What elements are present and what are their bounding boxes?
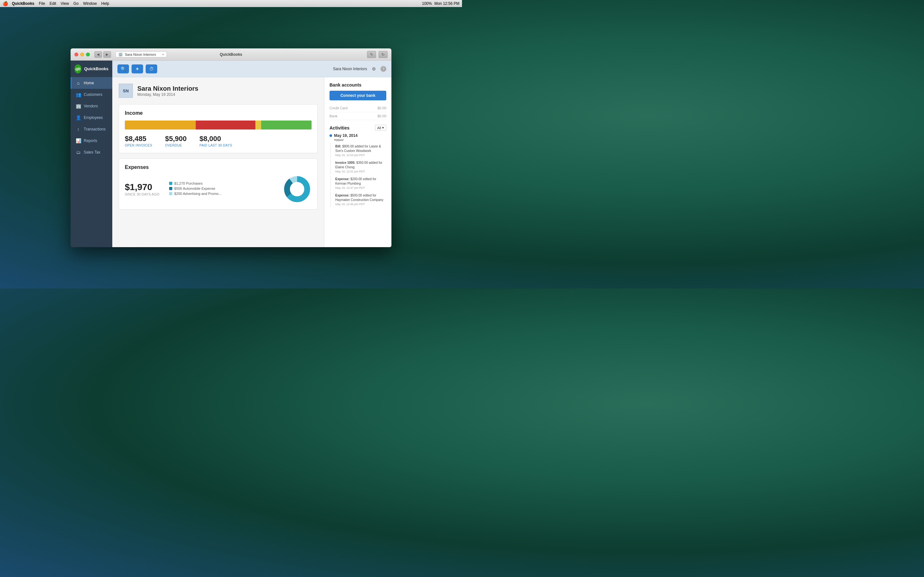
expenses-amount: $1,970 [125, 182, 160, 192]
content-area: SN Sara Nixon Interiors Monday, May 19 2… [112, 77, 391, 247]
overdue-amount: $5,900 [165, 135, 186, 143]
income-stats: $8,485 OPEN INVOICES $5,900 OVERDUE $8,0… [125, 135, 312, 147]
menu-edit[interactable]: Edit [49, 1, 56, 6]
maximize-button[interactable] [86, 53, 90, 56]
qb-brand-name: QuickBooks [84, 66, 108, 71]
recent-button[interactable]: ⏱ [145, 64, 157, 73]
sidebar-item-transactions[interactable]: ↕ Transactions [71, 123, 112, 135]
connect-bank-button[interactable]: Connect your bank [330, 91, 386, 100]
activity-type-3: Expense: [335, 193, 349, 197]
activity-text-3: Expense: $500.00 edited for Haymaker Con… [335, 193, 386, 202]
add-button[interactable]: + [132, 64, 143, 73]
company-dropdown[interactable]: 🏢 Sara Nixon Interiors ▾ [115, 51, 167, 57]
company-name: Sara Nixon Interiors [137, 85, 198, 92]
close-button[interactable] [74, 53, 78, 56]
activity-group-0: May 19, 2014 TODAY Bill: $800.00 added f… [330, 133, 386, 207]
top-toolbar: 🔍 + ⏱ Sara Nixon Interiors ⚙ ? [112, 61, 391, 77]
qb-logo-area: qb QuickBooks [71, 61, 112, 77]
legend-label-0: $1,270 Purchases [174, 181, 203, 185]
sidebar-item-customers[interactable]: 👥 Customers [71, 89, 112, 100]
activity-desc-0: $800.00 added for Lasee & Son's Custom W… [335, 145, 381, 153]
add-icon: + [136, 66, 139, 72]
income-bar-separator [255, 121, 261, 129]
help-button[interactable]: ? [381, 66, 386, 72]
income-bar-open [125, 121, 196, 129]
gear-icon: ⚙ [372, 66, 376, 71]
company-dropdown-label: Sara Nixon Interiors [125, 53, 156, 56]
reports-icon: 📊 [75, 138, 81, 143]
app-body: qb QuickBooks ⌂ Home 👥 Customers 🏢 Vendo… [71, 61, 391, 247]
activity-type-0: Bill: [335, 145, 341, 148]
minimize-button[interactable] [80, 53, 84, 56]
settings-button[interactable]: ⚙ [370, 65, 377, 73]
sidebar-item-reports-label: Reports [84, 139, 97, 143]
expenses-left: $1,970 SINCE 30 DAYS AGO [125, 182, 160, 196]
search-button[interactable]: 🔍 [118, 64, 129, 73]
activities-filter[interactable]: All ▾ [375, 125, 386, 131]
activity-time-1: May 19, 12:51 pm PDT [335, 170, 386, 173]
income-bar-paid [261, 121, 312, 129]
building-icon: 🏢 [118, 52, 123, 56]
legend-dot-1 [169, 187, 172, 190]
refresh-button[interactable]: ↻ [379, 51, 388, 58]
activity-date-0: May 19, 2014 [330, 133, 386, 138]
menubar-right: 100% Mon 12:56 PM [422, 1, 459, 6]
activity-date-label: May 19, 2014 [334, 133, 357, 138]
main-area: 🔍 + ⏱ Sara Nixon Interiors ⚙ ? [112, 61, 391, 247]
activity-item-0: Bill: $800.00 added for Lasee & Son's Cu… [330, 143, 386, 158]
app-window: ◀ ▶ 🏢 Sara Nixon Interiors ▾ QuickBooks … [71, 48, 391, 247]
main-content: SN Sara Nixon Interiors Monday, May 19 2… [112, 77, 324, 247]
company-info: Sara Nixon Interiors Monday, May 19 2014 [137, 85, 198, 97]
menu-file[interactable]: File [39, 1, 45, 6]
traffic-lights [74, 53, 90, 56]
app-name[interactable]: QuickBooks [12, 1, 34, 6]
activities-header: Activities All ▾ [330, 125, 386, 131]
menu-go[interactable]: Go [73, 1, 79, 6]
legend-item-2: $200 Advertising and Promo... [169, 192, 221, 195]
sidebar-item-employees-label: Employees [84, 115, 103, 120]
help-icon: ? [383, 67, 384, 71]
sidebar-item-reports[interactable]: 📊 Reports [71, 135, 112, 147]
sidebar-item-home-label: Home [84, 81, 94, 85]
activity-item-3: Expense: $500.00 edited for Haymaker Con… [330, 192, 386, 207]
credit-card-label: Credit Card [330, 106, 347, 110]
activity-dot-icon [330, 134, 332, 137]
legend-dot-0 [169, 182, 172, 185]
activity-time-3: May 19, 12:46 pm PDT [335, 203, 386, 206]
company-logo: SN [119, 84, 133, 98]
activity-time-2: May 19, 12:47 pm PDT [335, 186, 386, 189]
vendors-icon: 🏢 [75, 103, 81, 109]
company-date: Monday, May 19 2014 [137, 92, 198, 97]
transactions-icon: ↕ [75, 127, 81, 132]
open-invoices-label: OPEN INVOICES [125, 143, 152, 147]
menu-window[interactable]: Window [83, 1, 97, 6]
overdue-label: OVERDUE [165, 143, 186, 147]
back-button[interactable]: ◀ [94, 51, 102, 58]
sidebar-item-employees[interactable]: 👤 Employees [71, 112, 112, 123]
menu-help[interactable]: Help [102, 1, 110, 6]
sidebar-item-vendors[interactable]: 🏢 Vendors [71, 100, 112, 112]
activities-filter-label: All [377, 126, 381, 130]
sidebar-item-home[interactable]: ⌂ Home [71, 77, 112, 89]
legend-label-1: $500 Automobile Expense [174, 187, 215, 190]
sidebar-item-sales-tax[interactable]: 🗂 Sales Tax [71, 147, 112, 158]
legend-dot-2 [169, 192, 172, 195]
income-stat-overdue: $5,900 OVERDUE [165, 135, 186, 147]
bank-row-bank: Bank $0.00 [330, 112, 386, 120]
paid-amount: $8,000 [200, 135, 232, 143]
sales-tax-icon: 🗂 [75, 150, 81, 155]
activity-text-2: Expense: $200.00 edited for Kerman Plumb… [335, 177, 386, 186]
window-wrapper: ◀ ▶ 🏢 Sara Nixon Interiors ▾ QuickBooks … [0, 7, 462, 288]
activity-text-1: Invoice 1005: $350.00 added for Elaine C… [335, 161, 386, 169]
activity-item-2: Expense: $200.00 edited for Kerman Plumb… [330, 176, 386, 191]
bank-row-credit: Credit Card $0.00 [330, 104, 386, 112]
donut-chart [283, 175, 312, 203]
edit-button[interactable]: ✎ [367, 51, 376, 58]
forward-button[interactable]: ▶ [103, 51, 111, 58]
menu-view[interactable]: View [61, 1, 69, 6]
sidebar-item-sales-tax-label: Sales Tax [84, 150, 100, 155]
toolbar-company-name: Sara Nixon Interiors [333, 67, 367, 71]
expenses-sublabel: SINCE 30 DAYS AGO [125, 192, 160, 196]
search-icon: 🔍 [121, 66, 126, 71]
bank-amount: $0.00 [377, 114, 386, 118]
